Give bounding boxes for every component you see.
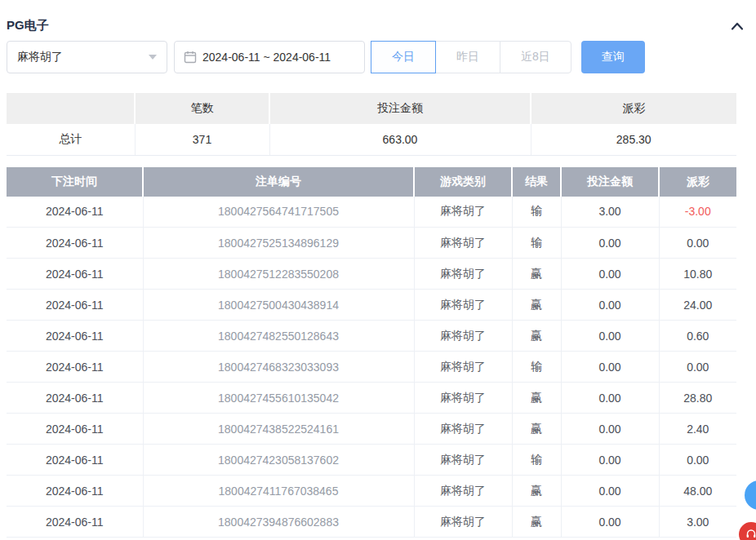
cell-bet-no: 1800427564741717505 [143,197,414,228]
cell-payout: -3.00 [659,197,736,228]
table-row: 2024-06-11 1800427482550128643 麻将胡了 赢 0.… [7,321,736,352]
cell-bet-time: 2024-06-11 [7,507,143,538]
cell-result: 赢 [512,476,561,507]
cell-payout: 48.00 [659,476,736,507]
summary-total-payout: 285.30 [531,124,736,155]
summary-total-row: 总计 371 663.00 285.30 [7,124,736,155]
cell-bet-time: 2024-06-11 [7,290,143,321]
filter-toolbar: 麻将胡了 2024-06-11 ~ 2024-06-11 今日 昨日 近8日 查… [0,41,756,73]
cell-bet-time: 2024-06-11 [7,321,143,352]
col-header-game-type: 游戏类别 [414,167,512,197]
cell-bet-time: 2024-06-11 [7,228,143,259]
quick-date-button[interactable]: 近8日 [500,41,571,73]
col-header-bet-time: 下注时间 [7,167,143,197]
table-row: 2024-06-11 1800427438522524161 麻将胡了 赢 0.… [7,414,736,445]
cell-payout: 0.00 [659,352,736,383]
quick-date-button[interactable]: 今日 [371,41,436,73]
cell-result: 输 [512,197,561,228]
cell-bet-amount: 0.00 [561,228,659,259]
calendar-icon [184,51,197,64]
cell-result: 赢 [512,259,561,290]
cell-bet-amount: 0.00 [561,321,659,352]
headset-icon [745,529,756,540]
cell-result: 赢 [512,321,561,352]
cell-result: 输 [512,352,561,383]
summary-total-bet-amount: 663.00 [269,124,531,155]
summary-header-bet-amount: 投注金额 [269,93,531,124]
game-select-value: 麻将胡了 [17,50,63,64]
cell-payout: 0.00 [659,445,736,476]
cell-game-type: 麻将胡了 [414,476,512,507]
cell-bet-no: 1800427423058137602 [143,445,414,476]
summary-table: 笔数 投注金额 派彩 总计 371 663.00 285.30 [7,93,736,156]
cell-game-type: 麻将胡了 [414,259,512,290]
summary-header-blank [7,93,135,124]
cell-bet-amount: 3.00 [561,197,659,228]
search-button[interactable]: 查询 [581,41,645,73]
cell-game-type: 麻将胡了 [414,321,512,352]
cell-bet-no: 1800427468323033093 [143,352,414,383]
summary-header-payout: 派彩 [531,93,736,124]
cell-game-type: 麻将胡了 [414,228,512,259]
cell-bet-no: 1800427500430438914 [143,290,414,321]
cell-payout: 28.80 [659,383,736,414]
table-row: 2024-06-11 1800427564741717505 麻将胡了 输 3.… [7,197,736,228]
table-row: 2024-06-11 1800427411767038465 麻将胡了 赢 0.… [7,476,736,507]
cell-bet-amount: 0.00 [561,414,659,445]
col-header-payout: 派彩 [659,167,736,197]
game-select[interactable]: 麻将胡了 [7,41,167,73]
bet-records-table: 下注时间 注单编号 游戏类别 结果 投注金额 派彩 2024-06-11 180… [7,167,736,538]
cell-result: 赢 [512,507,561,538]
cell-bet-amount: 0.00 [561,383,659,414]
cell-result: 输 [512,445,561,476]
table-row: 2024-06-11 1800427512283550208 麻将胡了 赢 0.… [7,259,736,290]
table-row: 2024-06-11 1800427394876602883 麻将胡了 赢 0.… [7,507,736,538]
cell-bet-time: 2024-06-11 [7,383,143,414]
table-row: 2024-06-11 1800427525134896129 麻将胡了 输 0.… [7,228,736,259]
cell-game-type: 麻将胡了 [414,383,512,414]
summary-header-count: 笔数 [135,93,269,124]
date-range-input[interactable]: 2024-06-11 ~ 2024-06-11 [174,41,365,73]
cell-game-type: 麻将胡了 [414,414,512,445]
cell-payout: 3.00 [659,507,736,538]
col-header-result: 结果 [512,167,561,197]
cell-bet-amount: 0.00 [561,290,659,321]
cell-result: 赢 [512,383,561,414]
cell-bet-amount: 0.00 [561,476,659,507]
date-range-value: 2024-06-11 ~ 2024-06-11 [202,51,331,64]
cell-game-type: 麻将胡了 [414,445,512,476]
cell-payout: 0.00 [659,228,736,259]
cell-game-type: 麻将胡了 [414,507,512,538]
cell-game-type: 麻将胡了 [414,290,512,321]
cell-bet-no: 1800427411767038465 [143,476,414,507]
col-header-bet-no: 注单编号 [143,167,414,197]
customer-service-button[interactable] [737,520,756,540]
table-row: 2024-06-11 1800427500430438914 麻将胡了 赢 0.… [7,290,736,321]
cell-payout: 0.60 [659,321,736,352]
cell-bet-no: 1800427482550128643 [143,321,414,352]
summary-total-count: 371 [135,124,269,155]
cell-bet-amount: 0.00 [561,507,659,538]
cell-bet-time: 2024-06-11 [7,414,143,445]
quick-date-button[interactable]: 昨日 [435,41,500,73]
cell-payout: 2.40 [659,414,736,445]
cell-bet-time: 2024-06-11 [7,476,143,507]
cell-bet-amount: 0.00 [561,445,659,476]
cell-result: 赢 [512,414,561,445]
col-header-bet-amount: 投注金额 [561,167,659,197]
cell-payout: 24.00 [659,290,736,321]
cell-bet-no: 1800427512283550208 [143,259,414,290]
cell-bet-no: 1800427455610135042 [143,383,414,414]
table-row: 2024-06-11 1800427455610135042 麻将胡了 赢 0.… [7,383,736,414]
bet-table-body: 2024-06-11 1800427564741717505 麻将胡了 输 3.… [7,197,736,538]
cell-bet-amount: 0.00 [561,259,659,290]
floating-widget-button[interactable] [745,480,756,510]
cell-bet-amount: 0.00 [561,352,659,383]
page-title: PG电子 [7,18,49,33]
collapse-panel-button[interactable] [730,21,745,31]
summary-total-label: 总计 [7,124,135,155]
panel-header: PG电子 [0,0,756,41]
chevron-up-icon [730,21,745,31]
caret-down-icon [149,55,157,60]
cell-game-type: 麻将胡了 [414,352,512,383]
